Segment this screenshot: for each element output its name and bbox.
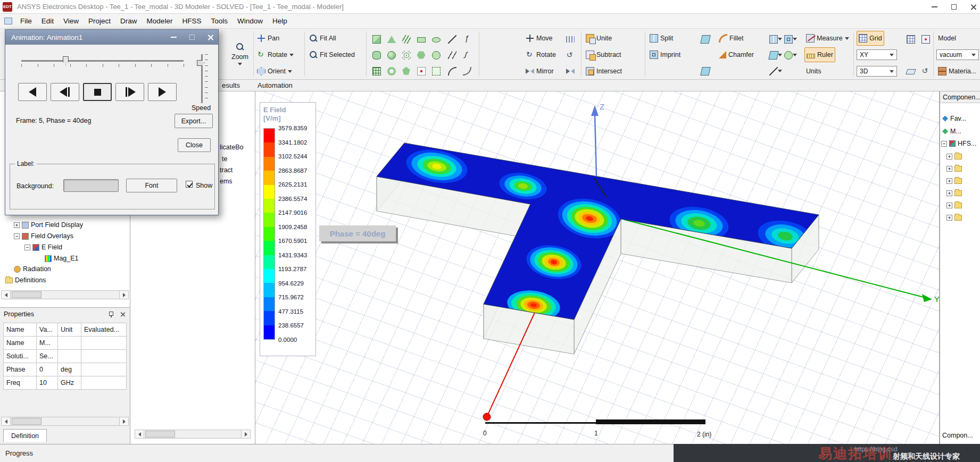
rotate-op-button[interactable]: Rotate: [524, 47, 558, 62]
tree-item-folder[interactable]: [946, 200, 962, 210]
draw-torus-button[interactable]: [384, 63, 398, 79]
dialog-maximize-icon[interactable]: [189, 35, 195, 40]
collapse-icon[interactable]: [14, 233, 20, 239]
col-header[interactable]: Va...: [37, 323, 58, 337]
draw-polygon-button[interactable]: [414, 47, 428, 63]
project-tree-hscrollbar[interactable]: [1, 290, 129, 299]
draw-region-button[interactable]: [429, 63, 443, 79]
tab-automation[interactable]: Automation: [258, 81, 293, 89]
tree-item-mag-e1[interactable]: Mag_E1: [45, 254, 79, 263]
tree-item-e-field[interactable]: E Field: [24, 242, 62, 252]
menu-file[interactable]: File: [15, 14, 37, 28]
connect-button[interactable]: [698, 63, 712, 79]
fit-all-button[interactable]: Fit All: [308, 31, 338, 46]
draw-ellipse-button[interactable]: [429, 31, 443, 47]
imprint-button[interactable]: Imprint: [648, 47, 682, 62]
speed-slider-thumb[interactable]: [197, 60, 205, 66]
scrollbar-thumb[interactable]: [12, 291, 41, 298]
tree-item-models[interactable]: M...: [942, 127, 961, 136]
history-item-fragment[interactable]: licateBo: [220, 142, 243, 152]
maximize-icon[interactable]: [951, 4, 957, 10]
menu-help[interactable]: Help: [268, 14, 292, 28]
dialog-minimize-icon[interactable]: [171, 37, 177, 38]
plane-select[interactable]: XY: [857, 49, 897, 60]
fillet-button[interactable]: Fillet: [717, 31, 745, 46]
frame-slider-track[interactable]: [21, 60, 184, 62]
zoom-button[interactable]: Zoom: [228, 32, 252, 75]
tab-definition[interactable]: Definition: [3, 429, 47, 442]
history-hscrollbar[interactable]: [135, 430, 251, 439]
collapse-icon[interactable]: [941, 141, 947, 147]
draw-circle-button[interactable]: [429, 47, 443, 63]
font-button[interactable]: Font: [126, 179, 177, 192]
extend-button[interactable]: [768, 63, 783, 79]
minimize-icon[interactable]: [932, 6, 937, 7]
menu-hfss[interactable]: HFSS: [177, 14, 206, 28]
orient-button[interactable]: Orient: [255, 64, 294, 79]
mode-select[interactable]: 3D: [857, 66, 897, 77]
draw-polyline-button[interactable]: [445, 47, 459, 63]
components-header[interactable]: Componen...: [940, 91, 980, 103]
section-button[interactable]: [698, 31, 712, 47]
snap-grid-button[interactable]: [903, 31, 918, 47]
scroll-left-icon[interactable]: [135, 430, 144, 438]
draw-udp-button[interactable]: [399, 63, 413, 79]
tab-components-bottom[interactable]: Compon...: [942, 431, 973, 440]
sweep-button[interactable]: [460, 63, 474, 79]
menu-view[interactable]: View: [59, 14, 84, 28]
draw-cone-button[interactable]: [384, 31, 398, 47]
col-header[interactable]: Name: [4, 323, 37, 337]
tree-item-folder[interactable]: [946, 213, 962, 222]
tree-item-field-overlays[interactable]: Field Overlays: [14, 231, 73, 241]
modeler-3d-viewport[interactable]: Y: [255, 91, 940, 444]
draw-line-button[interactable]: [445, 31, 459, 47]
title-bar[interactable]: EDT ANSYS Electronics Desktop - Tee_1 - …: [0, 0, 980, 14]
tree-item-folder[interactable]: [946, 152, 962, 161]
menu-modeler[interactable]: Modeler: [142, 14, 178, 28]
menu-window[interactable]: Window: [232, 14, 268, 28]
tree-item-port-field-display[interactable]: Port Field Display: [14, 220, 83, 230]
history-item-fragment[interactable]: te: [222, 154, 227, 164]
draw-point-button[interactable]: [414, 63, 428, 79]
play-button[interactable]: [148, 83, 177, 101]
thicken-button[interactable]: [768, 31, 783, 47]
tree-item-folder[interactable]: [946, 164, 962, 173]
draw-spline-button[interactable]: [460, 47, 474, 63]
tree-item-definitions[interactable]: Definitions: [5, 275, 46, 285]
mirror-button[interactable]: Mirror: [524, 64, 555, 79]
tree-item-folder[interactable]: [946, 188, 962, 198]
expand-icon[interactable]: [14, 222, 20, 228]
chamfer-button[interactable]: Chamfer: [717, 47, 755, 62]
scroll-left-icon[interactable]: [2, 417, 11, 425]
menu-tools[interactable]: Tools: [206, 14, 232, 28]
history-item-fragment[interactable]: ems: [220, 177, 232, 186]
draw-box-button[interactable]: [369, 31, 384, 47]
measure-button[interactable]: Measure: [804, 31, 851, 46]
show-checkbox[interactable]: [186, 181, 193, 188]
rotate-view-button[interactable]: Rotate: [255, 47, 295, 62]
scrollbar-thumb[interactable]: [12, 418, 41, 425]
pin-icon[interactable]: [108, 311, 114, 317]
background-color-button[interactable]: [63, 179, 119, 192]
material-select[interactable]: vacuum: [936, 49, 979, 60]
split-button[interactable]: Split: [648, 31, 675, 46]
units-button[interactable]: Units: [804, 64, 823, 79]
properties-hscrollbar[interactable]: [1, 417, 129, 426]
ruler-button[interactable]: Ruler: [804, 47, 835, 62]
coordinate-system-button[interactable]: [918, 63, 933, 79]
working-plane-button[interactable]: [903, 63, 918, 79]
export-button[interactable]: Export...: [175, 114, 213, 128]
menu-draw[interactable]: Draw: [115, 14, 142, 28]
tree-item-radiation[interactable]: Radiation: [14, 264, 51, 274]
scroll-left-icon[interactable]: [2, 291, 11, 299]
material-button[interactable]: Materia...: [936, 64, 978, 79]
array-button[interactable]: [369, 63, 384, 79]
fit-selected-button[interactable]: Fit Selected: [308, 47, 356, 62]
stop-button[interactable]: [83, 83, 112, 101]
rewind-button[interactable]: [18, 83, 47, 101]
phase-annotation[interactable]: Phase = 40deg: [319, 225, 396, 241]
history-item-fragment[interactable]: tract: [220, 165, 232, 175]
draw-sphere-button[interactable]: [384, 47, 398, 63]
move-button[interactable]: Move: [524, 31, 554, 46]
subtract-button[interactable]: Subtract: [584, 47, 623, 62]
